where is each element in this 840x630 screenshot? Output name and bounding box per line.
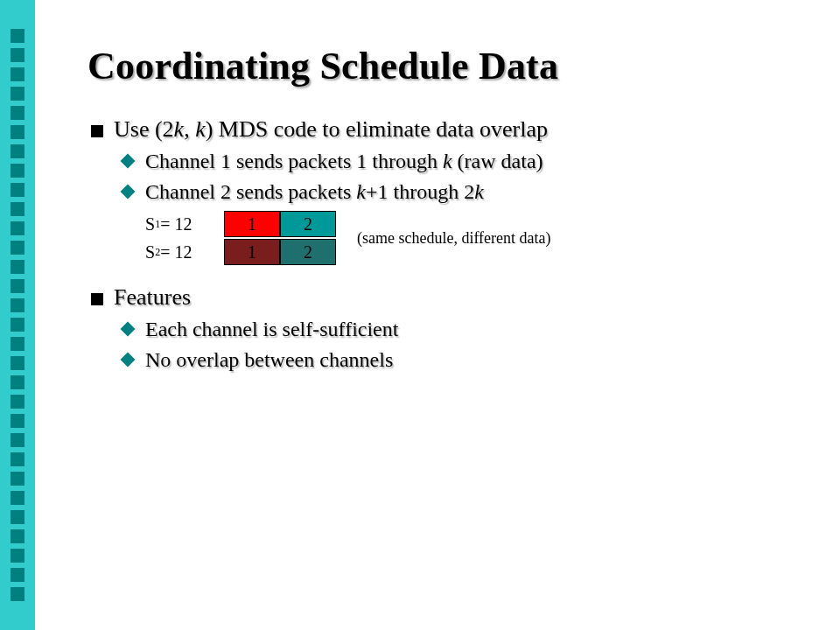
var-k: k [356, 180, 366, 203]
cell-s2-2: 2 [280, 239, 336, 265]
sidebar-square [10, 491, 24, 505]
sidebar-square [10, 414, 24, 428]
text: Channel 1 sends packets 1 through [145, 150, 443, 172]
text: Features [114, 284, 191, 310]
sidebar-square [10, 221, 24, 235]
text: = 12 [160, 242, 192, 262]
text: S [145, 214, 155, 234]
text: Channel 2 sends packets [145, 180, 356, 203]
sidebar-square [10, 241, 24, 255]
sidebar-square [10, 298, 24, 312]
sidebar-square [10, 87, 24, 101]
bullet-list: Use (2k, k) MDS code to eliminate data o… [88, 116, 805, 372]
sub-no-overlap: No overlap between channels [121, 348, 805, 372]
var-k: k [474, 180, 484, 203]
sidebar-square [10, 337, 24, 351]
sidebar-square [10, 106, 24, 120]
sidebar-square [10, 164, 24, 178]
text: = 12 [160, 214, 192, 234]
sub-self-sufficient: Each channel is self-sufficient [121, 318, 805, 341]
sub-channel2: Channel 2 sends packets k+1 through 2k [121, 180, 805, 204]
var-k: k [443, 150, 452, 172]
sidebar-square [10, 279, 24, 293]
sub-list: Channel 1 sends packets 1 through k (raw… [121, 150, 805, 204]
slide-title: Coordinating Schedule Data [88, 44, 805, 88]
s2-label: S2 = 12 [145, 239, 224, 265]
sidebar-square [10, 318, 24, 332]
sidebar-square [10, 183, 24, 197]
sub-list: Each channel is self-sufficient No overl… [121, 318, 805, 372]
sidebar-square [10, 29, 24, 43]
var-k: k [195, 116, 206, 142]
sidebar-square [10, 48, 24, 62]
sidebar-square [10, 587, 24, 601]
cell-s2-1: 1 [224, 239, 280, 265]
sidebar-square [10, 529, 24, 543]
cell-s1-1: 1 [224, 211, 280, 237]
text: (raw data) [452, 150, 543, 172]
bullet-features: Features Each channel is self-sufficient… [88, 284, 805, 372]
sidebar-square [10, 433, 24, 447]
sidebar-square [10, 375, 24, 389]
sidebar-square [10, 260, 24, 274]
sidebar-square [10, 472, 24, 486]
sidebar-square [10, 202, 24, 216]
sidebar-square [10, 510, 24, 524]
s1-label: S1 = 12 [145, 211, 224, 237]
text: , [184, 116, 195, 142]
sidebar-square [10, 67, 24, 81]
text: ) MDS code to eliminate data overlap [206, 116, 548, 142]
var-k: k [174, 116, 185, 142]
cell-s1-2: 2 [280, 211, 336, 237]
sidebar-square [10, 144, 24, 158]
sidebar-square [10, 568, 24, 582]
text: S [145, 242, 155, 262]
sidebar-square [10, 549, 24, 563]
bullet-mds: Use (2k, k) MDS code to eliminate data o… [88, 116, 805, 265]
text: +1 through 2 [366, 180, 474, 203]
sidebar-square [10, 452, 24, 466]
sidebar-square [10, 395, 24, 409]
sidebar-square [10, 125, 24, 139]
text: Use (2 [114, 116, 174, 142]
diagram-note: (same schedule, different data) [336, 211, 805, 265]
slide-body: Coordinating Schedule Data Use (2k, k) M… [35, 0, 840, 630]
decorative-sidebar [0, 0, 35, 630]
sub-channel1: Channel 1 sends packets 1 through k (raw… [121, 150, 805, 173]
schedule-diagram: S1 = 12 1 2 (same schedule, different da… [145, 211, 805, 265]
sidebar-square [10, 356, 24, 370]
